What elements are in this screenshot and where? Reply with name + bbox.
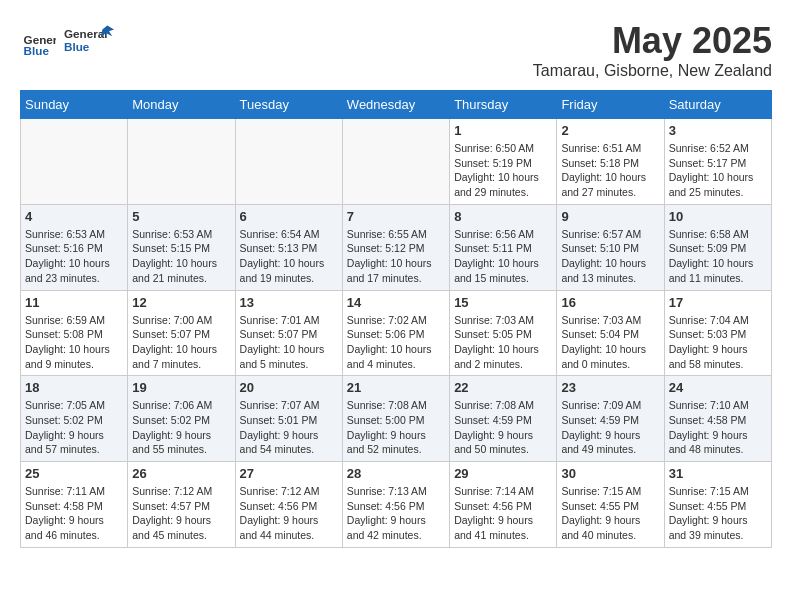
day-info: Sunrise: 7:00 AMSunset: 5:07 PMDaylight:…: [132, 313, 230, 372]
calendar-cell: 23Sunrise: 7:09 AMSunset: 4:59 PMDayligh…: [557, 376, 664, 462]
day-number: 17: [669, 295, 767, 310]
svg-text:General: General: [64, 27, 107, 40]
day-number: 28: [347, 466, 445, 481]
day-number: 16: [561, 295, 659, 310]
day-number: 13: [240, 295, 338, 310]
day-number: 11: [25, 295, 123, 310]
calendar-cell: 26Sunrise: 7:12 AMSunset: 4:57 PMDayligh…: [128, 462, 235, 548]
calendar-cell: [21, 119, 128, 205]
day-info: Sunrise: 7:07 AMSunset: 5:01 PMDaylight:…: [240, 398, 338, 457]
day-number: 21: [347, 380, 445, 395]
weekday-header-sunday: Sunday: [21, 91, 128, 119]
day-number: 8: [454, 209, 552, 224]
calendar-table: SundayMondayTuesdayWednesdayThursdayFrid…: [20, 90, 772, 548]
svg-text:Blue: Blue: [24, 44, 50, 57]
calendar-cell: 30Sunrise: 7:15 AMSunset: 4:55 PMDayligh…: [557, 462, 664, 548]
day-number: 27: [240, 466, 338, 481]
day-number: 23: [561, 380, 659, 395]
calendar-cell: 9Sunrise: 6:57 AMSunset: 5:10 PMDaylight…: [557, 204, 664, 290]
day-info: Sunrise: 6:57 AMSunset: 5:10 PMDaylight:…: [561, 227, 659, 286]
logo-bird-icon: General Blue: [64, 20, 114, 60]
day-info: Sunrise: 7:08 AMSunset: 4:59 PMDaylight:…: [454, 398, 552, 457]
day-number: 30: [561, 466, 659, 481]
logo: General Blue General Blue: [20, 20, 114, 64]
day-info: Sunrise: 6:54 AMSunset: 5:13 PMDaylight:…: [240, 227, 338, 286]
calendar-cell: 10Sunrise: 6:58 AMSunset: 5:09 PMDayligh…: [664, 204, 771, 290]
day-number: 6: [240, 209, 338, 224]
day-info: Sunrise: 7:11 AMSunset: 4:58 PMDaylight:…: [25, 484, 123, 543]
calendar-cell: [128, 119, 235, 205]
logo-icon: General Blue: [20, 24, 56, 60]
location-title: Tamarau, Gisborne, New Zealand: [533, 62, 772, 80]
calendar-cell: 28Sunrise: 7:13 AMSunset: 4:56 PMDayligh…: [342, 462, 449, 548]
calendar-week-row: 25Sunrise: 7:11 AMSunset: 4:58 PMDayligh…: [21, 462, 772, 548]
day-info: Sunrise: 6:52 AMSunset: 5:17 PMDaylight:…: [669, 141, 767, 200]
day-info: Sunrise: 6:53 AMSunset: 5:16 PMDaylight:…: [25, 227, 123, 286]
day-info: Sunrise: 7:12 AMSunset: 4:56 PMDaylight:…: [240, 484, 338, 543]
calendar-cell: 5Sunrise: 6:53 AMSunset: 5:15 PMDaylight…: [128, 204, 235, 290]
calendar-cell: 16Sunrise: 7:03 AMSunset: 5:04 PMDayligh…: [557, 290, 664, 376]
day-number: 5: [132, 209, 230, 224]
day-number: 29: [454, 466, 552, 481]
calendar-cell: 14Sunrise: 7:02 AMSunset: 5:06 PMDayligh…: [342, 290, 449, 376]
day-number: 12: [132, 295, 230, 310]
weekday-header-friday: Friday: [557, 91, 664, 119]
day-number: 31: [669, 466, 767, 481]
day-info: Sunrise: 7:08 AMSunset: 5:00 PMDaylight:…: [347, 398, 445, 457]
weekday-header-thursday: Thursday: [450, 91, 557, 119]
weekday-header-row: SundayMondayTuesdayWednesdayThursdayFrid…: [21, 91, 772, 119]
page-header: General Blue General Blue May 2025 Tamar…: [20, 20, 772, 80]
day-number: 24: [669, 380, 767, 395]
day-number: 15: [454, 295, 552, 310]
day-info: Sunrise: 7:03 AMSunset: 5:04 PMDaylight:…: [561, 313, 659, 372]
calendar-cell: 25Sunrise: 7:11 AMSunset: 4:58 PMDayligh…: [21, 462, 128, 548]
calendar-cell: 8Sunrise: 6:56 AMSunset: 5:11 PMDaylight…: [450, 204, 557, 290]
month-title: May 2025: [533, 20, 772, 62]
day-info: Sunrise: 7:15 AMSunset: 4:55 PMDaylight:…: [561, 484, 659, 543]
calendar-cell: 19Sunrise: 7:06 AMSunset: 5:02 PMDayligh…: [128, 376, 235, 462]
calendar-week-row: 4Sunrise: 6:53 AMSunset: 5:16 PMDaylight…: [21, 204, 772, 290]
calendar-cell: 13Sunrise: 7:01 AMSunset: 5:07 PMDayligh…: [235, 290, 342, 376]
calendar-cell: 31Sunrise: 7:15 AMSunset: 4:55 PMDayligh…: [664, 462, 771, 548]
day-info: Sunrise: 6:51 AMSunset: 5:18 PMDaylight:…: [561, 141, 659, 200]
day-number: 19: [132, 380, 230, 395]
day-number: 7: [347, 209, 445, 224]
calendar-cell: [342, 119, 449, 205]
day-info: Sunrise: 7:06 AMSunset: 5:02 PMDaylight:…: [132, 398, 230, 457]
day-info: Sunrise: 6:55 AMSunset: 5:12 PMDaylight:…: [347, 227, 445, 286]
weekday-header-saturday: Saturday: [664, 91, 771, 119]
calendar-week-row: 1Sunrise: 6:50 AMSunset: 5:19 PMDaylight…: [21, 119, 772, 205]
day-number: 20: [240, 380, 338, 395]
day-number: 9: [561, 209, 659, 224]
calendar-cell: 4Sunrise: 6:53 AMSunset: 5:16 PMDaylight…: [21, 204, 128, 290]
day-info: Sunrise: 7:04 AMSunset: 5:03 PMDaylight:…: [669, 313, 767, 372]
calendar-cell: [235, 119, 342, 205]
calendar-cell: 24Sunrise: 7:10 AMSunset: 4:58 PMDayligh…: [664, 376, 771, 462]
day-info: Sunrise: 7:05 AMSunset: 5:02 PMDaylight:…: [25, 398, 123, 457]
svg-text:Blue: Blue: [64, 40, 90, 53]
day-info: Sunrise: 6:50 AMSunset: 5:19 PMDaylight:…: [454, 141, 552, 200]
day-info: Sunrise: 7:12 AMSunset: 4:57 PMDaylight:…: [132, 484, 230, 543]
day-number: 26: [132, 466, 230, 481]
calendar-cell: 1Sunrise: 6:50 AMSunset: 5:19 PMDaylight…: [450, 119, 557, 205]
calendar-cell: 21Sunrise: 7:08 AMSunset: 5:00 PMDayligh…: [342, 376, 449, 462]
weekday-header-monday: Monday: [128, 91, 235, 119]
calendar-cell: 12Sunrise: 7:00 AMSunset: 5:07 PMDayligh…: [128, 290, 235, 376]
day-info: Sunrise: 7:02 AMSunset: 5:06 PMDaylight:…: [347, 313, 445, 372]
day-info: Sunrise: 7:01 AMSunset: 5:07 PMDaylight:…: [240, 313, 338, 372]
day-info: Sunrise: 7:10 AMSunset: 4:58 PMDaylight:…: [669, 398, 767, 457]
day-number: 18: [25, 380, 123, 395]
day-info: Sunrise: 7:09 AMSunset: 4:59 PMDaylight:…: [561, 398, 659, 457]
calendar-cell: 17Sunrise: 7:04 AMSunset: 5:03 PMDayligh…: [664, 290, 771, 376]
day-info: Sunrise: 7:14 AMSunset: 4:56 PMDaylight:…: [454, 484, 552, 543]
day-number: 3: [669, 123, 767, 138]
weekday-header-wednesday: Wednesday: [342, 91, 449, 119]
day-number: 22: [454, 380, 552, 395]
calendar-cell: 11Sunrise: 6:59 AMSunset: 5:08 PMDayligh…: [21, 290, 128, 376]
day-info: Sunrise: 7:13 AMSunset: 4:56 PMDaylight:…: [347, 484, 445, 543]
calendar-cell: 6Sunrise: 6:54 AMSunset: 5:13 PMDaylight…: [235, 204, 342, 290]
calendar-cell: 27Sunrise: 7:12 AMSunset: 4:56 PMDayligh…: [235, 462, 342, 548]
day-info: Sunrise: 7:03 AMSunset: 5:05 PMDaylight:…: [454, 313, 552, 372]
calendar-cell: 29Sunrise: 7:14 AMSunset: 4:56 PMDayligh…: [450, 462, 557, 548]
day-info: Sunrise: 6:58 AMSunset: 5:09 PMDaylight:…: [669, 227, 767, 286]
